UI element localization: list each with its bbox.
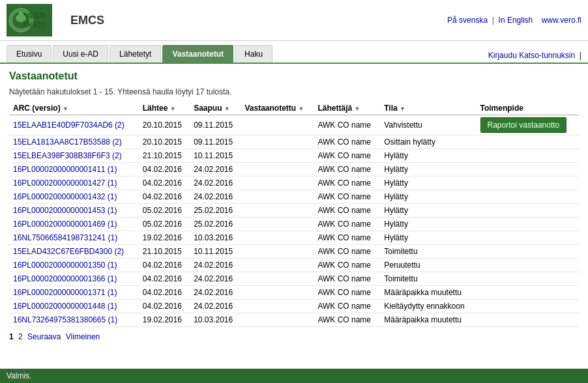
table-row: 15ELBEA398F308B38F6F3 (2)21.10.201510.11… bbox=[9, 149, 579, 163]
english-link[interactable]: In English bbox=[499, 16, 533, 25]
results-table: ARC (versio) ▼ Lähtee ▼ Saapuu ▼ Vastaan… bbox=[9, 102, 579, 327]
col-arc[interactable]: ARC (versio) ▼ bbox=[9, 102, 139, 115]
cell-toimenpide bbox=[477, 204, 579, 218]
table-row: 16NL73264975381380665 (1)19.02.201610.03… bbox=[9, 313, 579, 327]
cell-tila: Osittain hylätty bbox=[380, 135, 476, 149]
cell-lahete: 04.02.2016 bbox=[139, 286, 190, 300]
table-row: 16PL00002000000001371 (1)04.02.201624.02… bbox=[9, 286, 579, 300]
emcs-title: EMCS bbox=[70, 14, 104, 27]
cell-tila: Kieltäydytty ennakkoon bbox=[380, 300, 476, 313]
cell-toimenpide bbox=[477, 149, 579, 163]
login-link[interactable]: Kirjaudu Katso-tunnuksin bbox=[488, 51, 575, 60]
col-lahete[interactable]: Lähtee ▼ bbox=[139, 102, 190, 115]
table-row: 16NL75066584198731241 (1)19.02.201610.03… bbox=[9, 231, 579, 245]
cell-saapuu: 24.02.2016 bbox=[190, 190, 241, 204]
cell-tila: Hylätty bbox=[380, 177, 476, 190]
cell-lahettaja: AWK CO name bbox=[314, 190, 380, 204]
nav-right: Kirjaudu Katso-tunnuksin | bbox=[488, 51, 581, 63]
pagination: 1 2 Seuraava Viimeinen bbox=[9, 332, 579, 341]
cell-toimenpide bbox=[477, 231, 579, 245]
arc-link[interactable]: 16PL00002000000001448 (1) bbox=[13, 302, 117, 311]
table-body: 15ELAAB1E40D9F7034AD6 (2)20.10.201509.11… bbox=[9, 115, 579, 327]
cell-arc: 16PL00002000000001411 (1) bbox=[9, 163, 139, 177]
cell-lahete: 19.02.2016 bbox=[139, 313, 190, 327]
col-vastaanotettu[interactable]: Vastaanotettu ▼ bbox=[241, 102, 314, 115]
cell-lahete: 20.10.2015 bbox=[139, 135, 190, 149]
next-link[interactable]: Seuraava bbox=[27, 332, 61, 341]
cell-arc: 16PL00002000000001371 (1) bbox=[9, 286, 139, 300]
tab-uusi-ead[interactable]: Uusi e-AD bbox=[53, 45, 108, 63]
cell-lahete: 04.02.2016 bbox=[139, 272, 190, 286]
table-row: 16PL00002000000001448 (1)04.02.201624.02… bbox=[9, 300, 579, 313]
cell-saapuu: 10.11.2015 bbox=[190, 245, 241, 259]
tab-haku[interactable]: Haku bbox=[235, 45, 272, 63]
lahettaja-sort-icon: ▼ bbox=[355, 106, 360, 112]
arc-link[interactable]: 16PL00002000000001432 (1) bbox=[13, 192, 117, 201]
cell-lahete: 05.02.2016 bbox=[139, 218, 190, 231]
cell-lahettaja: AWK CO name bbox=[314, 204, 380, 218]
arc-link[interactable]: 16PL00002000000001366 (1) bbox=[13, 274, 117, 283]
cell-tila: Hylätty bbox=[380, 204, 476, 218]
cell-arc: 16PL00002000000001448 (1) bbox=[9, 300, 139, 313]
arc-link[interactable]: 16PL00002000000001453 (1) bbox=[13, 206, 117, 215]
cell-toimenpide bbox=[477, 135, 579, 149]
cell-vastaanotettu bbox=[241, 245, 314, 259]
tab-etusivu[interactable]: Etusivu bbox=[7, 45, 51, 63]
cell-tila: Hylätty bbox=[380, 218, 476, 231]
svg-text:VERO: VERO bbox=[24, 12, 45, 20]
cell-arc: 16NL75066584198731241 (1) bbox=[9, 231, 139, 245]
cell-lahettaja: AWK CO name bbox=[314, 300, 380, 313]
cell-lahete: 04.02.2016 bbox=[139, 300, 190, 313]
svenska-link[interactable]: På svenska bbox=[447, 16, 488, 25]
cell-tila: Peruutettu bbox=[380, 259, 476, 272]
logo-area: VERO SKATT EMCS bbox=[7, 4, 104, 36]
vero-link[interactable]: www.vero.fi bbox=[542, 16, 581, 25]
cell-tila: Vahvistettu bbox=[380, 115, 476, 135]
arc-link[interactable]: 15ELAAB1E40D9F7034AD6 (2) bbox=[13, 121, 125, 130]
cell-lahete: 19.02.2016 bbox=[139, 231, 190, 245]
cell-saapuu: 25.02.2016 bbox=[190, 218, 241, 231]
cell-vastaanotettu bbox=[241, 218, 314, 231]
cell-vastaanotettu bbox=[241, 231, 314, 245]
col-tila[interactable]: Tila ▼ bbox=[380, 102, 476, 115]
cell-vastaanotettu bbox=[241, 149, 314, 163]
cell-vastaanotettu bbox=[241, 300, 314, 313]
arc-link[interactable]: 16NL73264975381380665 (1) bbox=[13, 315, 117, 324]
header: VERO SKATT EMCS På svenska | In English … bbox=[0, 0, 588, 41]
cell-lahete: 04.02.2016 bbox=[139, 259, 190, 272]
cell-vastaanotettu bbox=[241, 204, 314, 218]
tab-lahetetyt[interactable]: Lähetetyt bbox=[110, 45, 161, 63]
svg-text:SKATT: SKATT bbox=[23, 21, 46, 29]
arc-link[interactable]: 16PL00002000000001411 (1) bbox=[13, 165, 117, 174]
arc-link[interactable]: 15ELAD432C67E6FBD4300 (2) bbox=[13, 247, 124, 256]
cell-arc: 16NL73264975381380665 (1) bbox=[9, 313, 139, 327]
cell-vastaanotettu bbox=[241, 313, 314, 327]
arc-link[interactable]: 16PL00002000000001469 (1) bbox=[13, 220, 117, 229]
last-link[interactable]: Viimeinen bbox=[66, 332, 100, 341]
cell-lahettaja: AWK CO name bbox=[314, 177, 380, 190]
cell-tila: Hylätty bbox=[380, 190, 476, 204]
table-row: 16PL00002000000001366 (1)04.02.201624.02… bbox=[9, 272, 579, 286]
arc-link[interactable]: 16PL00002000000001427 (1) bbox=[13, 178, 117, 188]
col-lahettaja[interactable]: Lähettäjä ▼ bbox=[314, 102, 380, 115]
arc-link[interactable]: 16PL00002000000001350 (1) bbox=[13, 261, 117, 270]
report-button[interactable]: Raportoi vastaanotto bbox=[480, 117, 567, 133]
arc-link[interactable]: 16NL75066584198731241 (1) bbox=[13, 233, 117, 242]
cell-vastaanotettu bbox=[241, 286, 314, 300]
cell-toimenpide bbox=[477, 218, 579, 231]
cell-toimenpide: Raportoi vastaanotto bbox=[477, 115, 579, 135]
col-saapuu[interactable]: Saapuu ▼ bbox=[190, 102, 241, 115]
page2-link[interactable]: 2 bbox=[18, 332, 23, 341]
tab-vastaanotetut[interactable]: Vastaanotetut bbox=[162, 45, 233, 63]
arc-link[interactable]: 16PL00002000000001371 (1) bbox=[13, 288, 117, 297]
cell-vastaanotettu bbox=[241, 272, 314, 286]
cell-vastaanotettu bbox=[241, 135, 314, 149]
cell-saapuu: 10.11.2015 bbox=[190, 149, 241, 163]
cell-lahettaja: AWK CO name bbox=[314, 272, 380, 286]
cell-arc: 16PL00002000000001453 (1) bbox=[9, 204, 139, 218]
arc-link[interactable]: 15ELBEA398F308B38F6F3 (2) bbox=[13, 151, 122, 160]
cell-arc: 16PL00002000000001427 (1) bbox=[9, 177, 139, 190]
cell-saapuu: 10.03.2016 bbox=[190, 313, 241, 327]
arc-link[interactable]: 15ELA1813AA8C17B53588 (2) bbox=[13, 137, 122, 147]
cell-saapuu: 09.11.2015 bbox=[190, 115, 241, 135]
